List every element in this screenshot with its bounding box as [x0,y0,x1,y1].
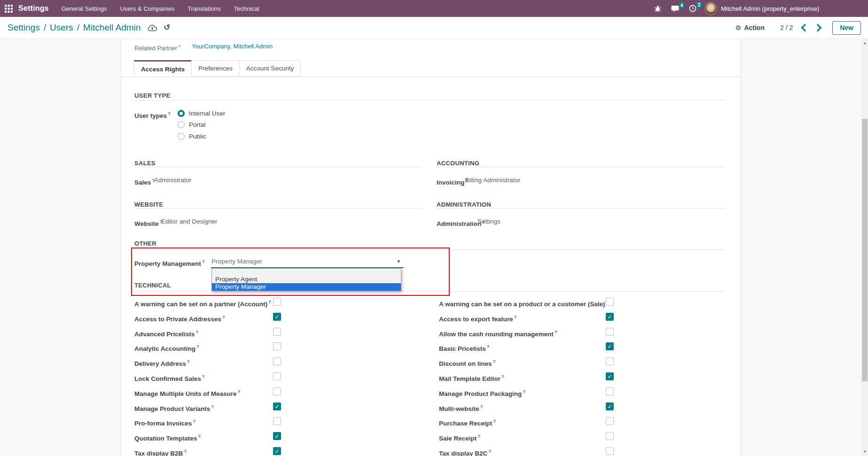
scroll-down-icon[interactable]: ▼ [861,448,868,455]
tab[interactable]: Preferences [191,60,240,77]
checkbox-label: A warning can be set on a partner (Accou… [134,301,271,308]
scroll-up-icon[interactable]: ▲ [861,40,868,46]
action-menu-button[interactable]: ⚙ Action [735,24,765,31]
dropdown-option[interactable]: Property Agent [212,276,401,283]
help-icon[interactable]: ? [493,359,496,364]
checkbox-row: Basic Pricelists? ✓ [439,342,740,350]
control-panel: Settings / Users / Mitchell Admin / [0,17,868,39]
systray: 4 2 Mitchell Admin (property_enterprise) [654,0,819,17]
checkbox[interactable]: ✓ [606,432,614,440]
checkbox-label: Advanced Pricelists? [134,331,198,338]
help-icon[interactable]: ? [493,418,496,424]
user-avatar[interactable] [704,2,717,15]
help-icon[interactable]: ? [480,404,483,409]
checkbox[interactable]: ✓ [273,402,281,410]
checkbox[interactable]: ✓ [606,298,614,306]
help-icon[interactable]: ? [555,329,557,334]
help-icon[interactable]: ? [187,359,190,364]
checkbox[interactable]: ✓ [273,298,281,306]
scrollbar-thumb[interactable] [862,119,868,381]
debug-bug-icon[interactable] [654,5,661,12]
checkbox[interactable]: ✓ [273,357,281,365]
checkbox[interactable]: ✓ [606,357,614,365]
checkbox-label: Quotation Templates? [134,435,201,442]
checkbox-label: Delivery Address? [134,360,190,367]
checkbox[interactable]: ✓ [273,417,281,425]
breadcrumb-item[interactable]: Settings [8,23,40,33]
checkbox[interactable]: ✓ [273,328,281,336]
pager-next-icon[interactable] [814,24,822,32]
checkbox-label: Manage Product Variants? [134,405,214,412]
menu-item[interactable]: Users & Companies [120,5,175,12]
checkbox-label: Manage Multiple Units of Measure? [134,390,240,397]
check-icon: ✓ [274,313,281,321]
notebook-tabs: Access RightsPreferencesAccount Security [134,60,301,77]
checkbox-row: Tax display B2C? ✓ [439,447,740,455]
apps-grid-icon[interactable] [5,5,13,13]
checkbox[interactable]: ✓ [606,447,614,455]
checkbox[interactable]: ✓ [273,447,281,455]
checkbox[interactable]: ✓ [606,328,614,336]
help-icon[interactable]: ? [195,329,198,334]
checkbox[interactable]: ✓ [606,402,614,410]
checkbox-row: Multi-website? ✓ [439,402,740,410]
breadcrumb: Settings / Users / Mitchell Admin / [8,23,141,33]
help-icon[interactable]: ? [198,433,201,439]
check-icon: ✓ [606,373,613,380]
checkbox[interactable]: ✓ [606,417,614,425]
dropdown-option[interactable] [212,269,401,276]
help-icon[interactable]: ? [501,374,504,379]
tab[interactable]: Access Rights [134,60,192,77]
checkbox[interactable]: ✓ [273,372,281,380]
check-icon: ✓ [606,313,613,321]
messages-icon[interactable]: 4 [671,5,679,12]
help-icon[interactable]: ? [268,299,271,304]
help-icon[interactable]: ? [487,344,490,349]
checkbox[interactable]: ✓ [606,372,614,380]
current-app-name[interactable]: Settings [18,4,49,13]
tab[interactable]: Account Security [239,60,301,77]
new-button[interactable]: New [832,21,861,35]
checkbox[interactable]: ✓ [273,432,281,440]
pager-previous-icon[interactable] [801,24,809,32]
activities-badge: 2 [696,2,702,8]
checkbox[interactable]: ✓ [273,313,281,321]
help-icon[interactable]: ? [488,448,491,454]
checkbox-label: Sale Receipt? [439,435,480,442]
checkbox-row: Tax display B2B? ✓ [134,447,435,455]
menu-item[interactable]: Translations [188,5,220,12]
technical-left-column: A warning can be set on a partner (Accou… [134,39,435,456]
checkbox[interactable]: ✓ [606,342,614,350]
help-icon[interactable]: ? [202,374,205,379]
vertical-scrollbar[interactable]: ▲ ▼ [861,39,868,456]
help-icon[interactable]: ? [196,344,199,349]
breadcrumb-item[interactable]: Users [50,23,73,33]
unsaved-cloud-icon[interactable] [148,24,157,31]
record-pager[interactable]: 2 / 2 [780,24,793,31]
activities-clock-icon[interactable]: 2 [689,5,696,12]
checkbox[interactable]: ✓ [606,313,614,321]
checkbox-label: Access to Private Addresses? [134,316,225,323]
checkbox-label: Tax display B2B? [134,450,187,456]
checkbox[interactable]: ✓ [606,387,614,395]
help-icon[interactable]: ? [184,448,187,454]
menu-item[interactable]: General Settings [62,5,107,12]
checkbox-row: Analytic Accounting? ✓ [134,342,435,350]
help-icon[interactable]: ? [211,404,214,409]
help-icon[interactable]: ? [477,433,480,439]
checkbox-row: Delivery Address? ✓ [134,357,435,365]
checkbox[interactable]: ✓ [273,342,281,350]
checkbox-label: Mail Template Editor? [439,375,504,382]
help-icon[interactable]: ? [193,418,195,424]
checkbox-row: A warning can be set on a product or a c… [439,298,740,306]
breadcrumb-item[interactable]: Mitchell Admin [83,23,141,33]
checkbox[interactable]: ✓ [273,387,281,395]
help-icon[interactable]: ? [514,314,517,319]
discard-refresh-icon[interactable]: ↺ [164,24,170,31]
menu-item[interactable]: Technical [234,5,259,12]
help-icon[interactable]: ? [222,314,225,319]
user-menu[interactable]: Mitchell Admin (property_enterprise) [721,5,819,12]
help-icon[interactable]: ? [238,389,241,394]
help-icon[interactable]: ? [523,389,525,394]
dropdown-option[interactable]: Property Manager [212,283,401,291]
